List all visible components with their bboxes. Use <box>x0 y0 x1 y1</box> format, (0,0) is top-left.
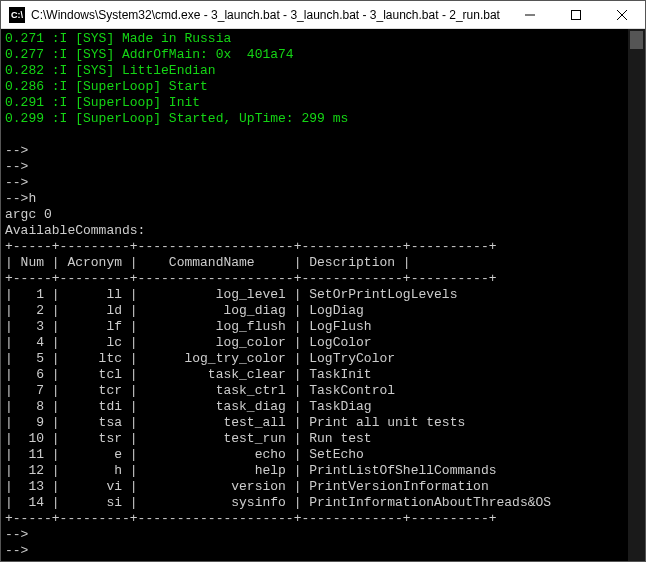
close-button[interactable] <box>599 1 645 28</box>
window-controls <box>507 1 645 28</box>
scrollbar[interactable] <box>628 29 645 561</box>
window-title: C:\Windows\System32\cmd.exe - 3_launch.b… <box>31 8 507 22</box>
console-output[interactable]: 0.271 :I [SYS] Made in Russia 0.277 :I [… <box>1 29 628 561</box>
titlebar[interactable]: C:\ C:\Windows\System32\cmd.exe - 3_laun… <box>1 1 645 29</box>
cmd-window: C:\ C:\Windows\System32\cmd.exe - 3_laun… <box>0 0 646 562</box>
svg-rect-1 <box>572 10 581 19</box>
cmd-icon: C:\ <box>9 7 25 23</box>
minimize-button[interactable] <box>507 1 553 28</box>
scrollbar-thumb[interactable] <box>630 31 643 49</box>
maximize-button[interactable] <box>553 1 599 28</box>
